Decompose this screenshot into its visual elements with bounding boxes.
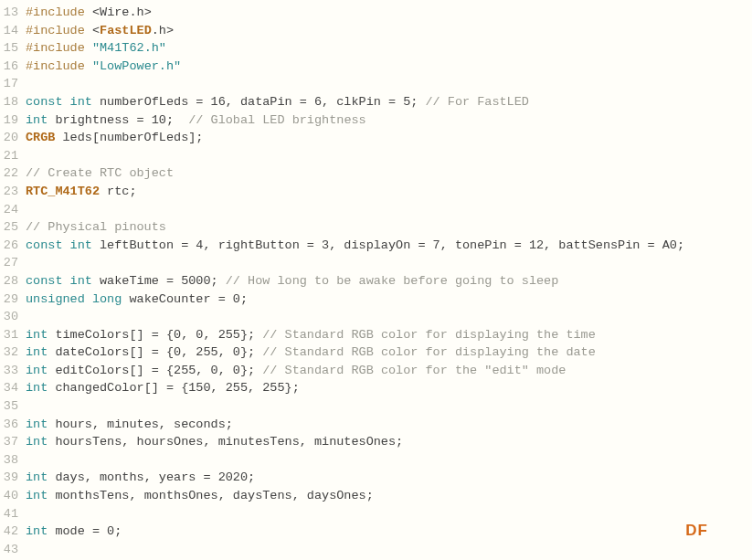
token: int <box>26 470 48 484</box>
code-line: 13#include <Wire.h> <box>0 4 752 22</box>
line-number: 38 <box>0 451 26 470</box>
code-line: 18const int numberOfLeds = 16, dataPin =… <box>0 93 752 111</box>
line-number: 23 <box>0 183 26 201</box>
line-number: 32 <box>0 343 26 362</box>
token: > <box>166 24 174 37</box>
line-number: 16 <box>0 58 26 76</box>
code-content: RTC_M41T62 rtc; <box>26 183 752 201</box>
token: CRGB <box>26 131 55 144</box>
token: monthsTens, monthsOnes, daysTens, daysOn… <box>48 489 373 502</box>
token: leftButton = 4, rightButton = 3, display… <box>92 238 684 252</box>
token: h <box>159 24 166 37</box>
code-content: const int numberOfLeds = 16, dataPin = 6… <box>26 93 752 111</box>
code-line: 28const int wakeTime = 5000; // How long… <box>0 272 752 291</box>
code-line: 21 <box>0 147 752 165</box>
line-number: 41 <box>0 505 26 523</box>
code-content: // Physical pinouts <box>26 218 752 237</box>
token: const int <box>26 238 92 252</box>
token: wakeTime = 5000; <box>92 274 226 288</box>
token: int <box>26 435 48 449</box>
code-content <box>26 147 752 165</box>
token: < <box>92 24 100 37</box>
code-line: 29unsigned long wakeCounter = 0; <box>0 291 752 309</box>
code-line: 43 <box>0 541 752 559</box>
code-line: 30 <box>0 308 752 326</box>
token: int <box>26 345 48 359</box>
line-number: 31 <box>0 326 26 344</box>
code-content: int hoursTens, hoursOnes, minutesTens, m… <box>26 433 752 451</box>
token: #include <box>26 41 92 55</box>
token: #include <box>26 24 92 37</box>
code-content <box>26 505 752 523</box>
line-number: 13 <box>0 4 26 22</box>
token: < <box>92 5 100 19</box>
line-number: 22 <box>0 164 26 183</box>
line-number: 24 <box>0 201 26 219</box>
code-line: 36int hours, minutes, seconds; <box>0 416 752 434</box>
token: #include <box>26 5 92 19</box>
token: // Physical pinouts <box>26 220 166 234</box>
code-content: #include <FastLED.h> <box>26 22 752 40</box>
token: #include <box>26 59 92 73</box>
code-content: const int leftButton = 4, rightButton = … <box>26 237 752 255</box>
code-content: // Create RTC object <box>26 164 752 183</box>
code-content: CRGB leds[numberOfLeds]; <box>26 129 752 147</box>
code-content: #include "M41T62.h" <box>26 39 752 58</box>
code-content <box>26 397 752 416</box>
code-line: 25// Physical pinouts <box>0 218 752 237</box>
line-number: 25 <box>0 218 26 237</box>
token: mode = 0; <box>48 524 122 538</box>
code-line: 41 <box>0 505 752 523</box>
code-content <box>26 541 752 559</box>
line-number: 28 <box>0 272 26 291</box>
watermark: DF <box>685 522 708 540</box>
token: days, months, years = 2020; <box>48 470 255 484</box>
line-number: 17 <box>0 75 26 93</box>
code-line: 35 <box>0 397 752 416</box>
code-line: 40int monthsTens, monthsOnes, daysTens, … <box>0 487 752 505</box>
token: // Standard RGB color for displaying the… <box>262 328 596 342</box>
code-content <box>26 75 752 93</box>
token: > <box>144 5 152 19</box>
line-number: 15 <box>0 39 26 58</box>
code-line: 19int brightness = 10; // Global LED bri… <box>0 111 752 130</box>
code-content: #include <Wire.h> <box>26 4 752 22</box>
code-line: 32int dateColors[] = {0, 255, 0}; // Sta… <box>0 343 752 362</box>
code-content: const int wakeTime = 5000; // How long t… <box>26 272 752 291</box>
token: brightness = 10; <box>48 113 188 127</box>
code-line: 24 <box>0 201 752 219</box>
code-editor: 13#include <Wire.h>14#include <FastLED.h… <box>0 4 752 558</box>
token: const int <box>26 95 92 109</box>
code-line: 23RTC_M41T62 rtc; <box>0 183 752 201</box>
code-line: 27 <box>0 254 752 272</box>
code-content: int brightness = 10; // Global LED brigh… <box>26 111 752 130</box>
token: int <box>26 328 48 342</box>
line-number: 21 <box>0 147 26 165</box>
token: "LowPower.h" <box>92 59 181 73</box>
code-content <box>26 254 752 272</box>
token: rtc; <box>100 185 137 198</box>
line-number: 14 <box>0 22 26 40</box>
line-number: 30 <box>0 308 26 326</box>
code-content <box>26 451 752 470</box>
code-content: unsigned long wakeCounter = 0; <box>26 291 752 309</box>
token: int <box>26 524 48 538</box>
token: dateColors[] = {0, 255, 0}; <box>48 345 262 359</box>
line-number: 42 <box>0 523 26 541</box>
line-number: 40 <box>0 487 26 505</box>
token: leds[numberOfLeds]; <box>55 131 203 144</box>
code-content <box>26 201 752 219</box>
token: int <box>26 489 48 502</box>
token: const int <box>26 274 92 288</box>
token: // Create RTC object <box>26 166 174 180</box>
token: int <box>26 417 48 431</box>
token: editColors[] = {255, 0, 0}; <box>48 364 262 377</box>
code-line: 31int timeColors[] = {0, 0, 255}; // Sta… <box>0 326 752 344</box>
code-line: 14#include <FastLED.h> <box>0 22 752 40</box>
code-content: int editColors[] = {255, 0, 0}; // Stand… <box>26 362 752 380</box>
token: h <box>137 5 144 19</box>
line-number: 33 <box>0 362 26 380</box>
token: numberOfLeds = 16, dataPin = 6, clkPin =… <box>92 95 426 109</box>
token: hoursTens, hoursOnes, minutesTens, minut… <box>48 435 403 449</box>
line-number: 27 <box>0 254 26 272</box>
